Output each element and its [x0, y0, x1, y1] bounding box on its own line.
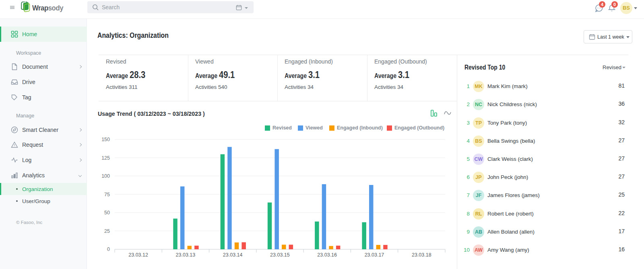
svg-text:23.03.17: 23.03.17 — [365, 252, 384, 258]
svg-text:100: 100 — [101, 173, 110, 179]
svg-text:150: 150 — [101, 137, 110, 142]
svg-text:23.03.14: 23.03.14 — [223, 252, 243, 258]
svg-text:23.03.16: 23.03.16 — [317, 252, 337, 258]
svg-text:50: 50 — [104, 210, 110, 216]
svg-text:23.03.13: 23.03.13 — [176, 252, 196, 258]
svg-text:23.03.12: 23.03.12 — [128, 252, 148, 258]
svg-text:75: 75 — [104, 192, 110, 197]
svg-text:0: 0 — [107, 246, 110, 252]
svg-text:23.03.18: 23.03.18 — [412, 252, 431, 258]
svg-text:23.03.15: 23.03.15 — [270, 252, 290, 258]
svg-text:25: 25 — [104, 228, 110, 234]
svg-text:125: 125 — [101, 155, 110, 161]
